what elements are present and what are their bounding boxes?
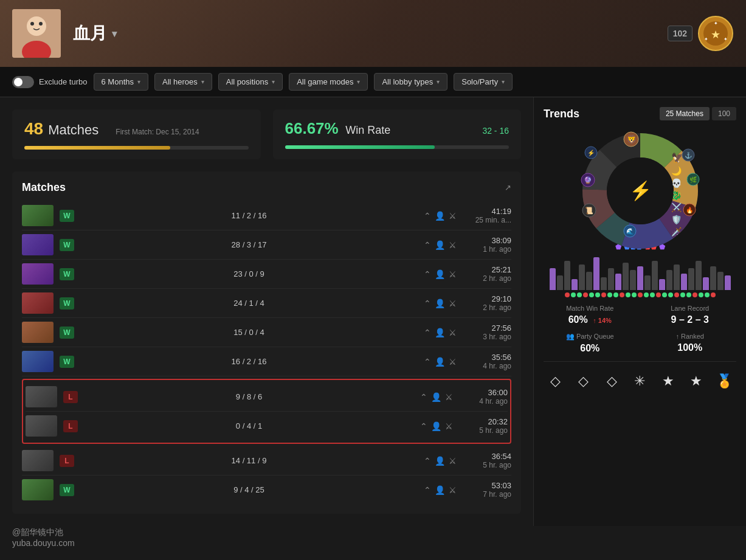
- period-filter-button[interactable]: 6 Months ▾: [94, 73, 148, 91]
- win-badge: W: [60, 268, 74, 280]
- kda-display: 23 / 0 / 9: [80, 269, 418, 278]
- match-row[interactable]: W15 / 0 / 4⌃👤⚔27:563 hr. ago: [22, 318, 511, 347]
- svg-text:🔮: 🔮: [584, 176, 592, 184]
- positions-filter-button[interactable]: All positions ▾: [218, 73, 283, 91]
- ranked-icon: ↑: [676, 333, 682, 340]
- match-row[interactable]: W24 / 1 / 4⌃👤⚔29:102 hr. ago: [22, 289, 511, 318]
- matches-list-header: Matches ↗: [22, 181, 511, 194]
- bar-dots-row: [544, 292, 736, 297]
- exclude-turbo-toggle[interactable]: [12, 76, 34, 88]
- lane-record-cell: Lane Record 9 – 2 – 3: [644, 305, 737, 325]
- right-panel: Trends 25 Matches 100: [533, 97, 746, 526]
- trophy-icon: ⚔: [449, 269, 457, 279]
- lobby-types-filter-label: All lobby types: [382, 77, 433, 86]
- match-ago: 4 hr. ago: [463, 362, 511, 370]
- tab-100-matches[interactable]: 100: [712, 107, 736, 120]
- party-queue-label-text: Party Queue: [576, 333, 614, 340]
- bottom-medal-icons: ◇ ◇ ◇ ✳ ★ ★ 🏅: [544, 372, 736, 391]
- result-dot: [656, 292, 661, 297]
- result-dot: [692, 292, 697, 297]
- match-ago: 4 hr. ago: [459, 397, 508, 406]
- match-row[interactable]: W9 / 4 / 25⌃👤⚔53:037 hr. ago: [22, 475, 511, 504]
- bar-item: [717, 272, 724, 290]
- loss-badge: L: [63, 391, 78, 403]
- kda-display: 0 / 4 / 1: [84, 421, 414, 430]
- bar-item: [696, 261, 702, 290]
- party-filter-button[interactable]: Solo/Party ▾: [454, 73, 513, 91]
- bar-item: [586, 272, 592, 290]
- match-ago: 3 hr. ago: [463, 333, 511, 341]
- bar-item: [623, 263, 629, 290]
- hero-image: [26, 386, 57, 407]
- party-filter-arrow: ▾: [502, 78, 505, 85]
- watermark-line2: yuba.douyu.com: [12, 538, 75, 548]
- header: 血月 ▾ 102 ★ ✦ ✦ ✦: [0, 0, 746, 67]
- bar-item: [601, 277, 607, 290]
- person-icon: 👤: [431, 392, 441, 402]
- loss-badge: L: [60, 455, 74, 467]
- person-icon: 👤: [435, 456, 445, 466]
- lobby-types-filter-button[interactable]: All lobby types ▾: [374, 73, 447, 91]
- win-count: 32: [482, 126, 492, 136]
- matches-section: Matches ↗ W11 / 2 / 16⌃👤⚔41:1925 min. a.…: [12, 171, 521, 514]
- matches-section-title: Matches: [22, 181, 66, 194]
- main-content: 48 Matches First Match: Dec 15, 2014 66.…: [0, 97, 746, 526]
- heroes-filter-button[interactable]: All heroes ▾: [154, 73, 212, 91]
- party-filter-label: Solo/Party: [461, 77, 498, 86]
- expand-icon[interactable]: ↗: [505, 183, 511, 192]
- svg-text:⚡: ⚡: [629, 180, 652, 202]
- bar-chart: [544, 254, 736, 290]
- svg-text:🌊: 🌊: [626, 227, 634, 235]
- bar-item: [674, 264, 680, 290]
- left-panel: 48 Matches First Match: Dec 15, 2014 66.…: [0, 97, 533, 526]
- avatar-image: [12, 9, 61, 58]
- match-win-rate-label: Match Win Rate: [544, 305, 637, 312]
- bar-item: [557, 275, 563, 290]
- result-dot: [571, 292, 576, 297]
- result-dot: [644, 292, 649, 297]
- game-modes-filter-button[interactable]: All game modes ▾: [289, 73, 368, 91]
- match-row[interactable]: W28 / 3 / 17⌃👤⚔38:091 hr. ago: [22, 230, 511, 260]
- match-ago: 1 hr. ago: [463, 245, 511, 254]
- match-row[interactable]: L14 / 11 / 9⌃👤⚔36:545 hr. ago: [22, 446, 511, 475]
- tab-25-matches[interactable]: 25 Matches: [660, 107, 710, 120]
- trophy-icon: ⚔: [449, 357, 457, 367]
- match-ago: 2 hr. ago: [463, 274, 511, 283]
- bar-item: [593, 257, 599, 290]
- result-dot: [632, 292, 637, 297]
- bar-item: [644, 275, 651, 290]
- match-row[interactable]: L0 / 4 / 1⌃👤⚔20:325 hr. ago: [26, 412, 508, 440]
- hero-icon-left-top: ⚡: [584, 146, 598, 161]
- win-rate-header: 66.67% Win Rate 32 - 16: [285, 119, 509, 138]
- heroes-filter-label: All heroes: [162, 77, 198, 86]
- matches-label: Matches: [48, 122, 98, 138]
- win-badge: W: [60, 297, 74, 309]
- result-dot: [674, 292, 679, 297]
- hero-image: [22, 234, 54, 255]
- match-row[interactable]: W11 / 2 / 16⌃👤⚔41:1925 min. a...: [22, 201, 511, 230]
- match-row[interactable]: L9 / 8 / 6⌃👤⚔36:004 hr. ago: [26, 382, 508, 412]
- player-name-chevron[interactable]: ▾: [112, 28, 117, 40]
- person-icon: 👤: [435, 357, 445, 367]
- bar-item: [703, 277, 709, 290]
- chevron-icon: ⌃: [424, 328, 431, 337]
- chevron-icon: ⌃: [424, 456, 431, 466]
- trophy-icon: ⚔: [449, 485, 457, 495]
- match-ago: 5 hr. ago: [463, 461, 511, 469]
- chevron-icon: ⌃: [424, 269, 431, 279]
- lane-record-label: Lane Record: [644, 305, 737, 312]
- match-row[interactable]: W23 / 0 / 9⌃👤⚔25:212 hr. ago: [22, 260, 511, 289]
- bar-item: [615, 274, 621, 290]
- trophy-icon: ⚔: [449, 299, 457, 308]
- match-win-rate-pct: 60%: [568, 314, 588, 325]
- kda-display: 16 / 2 / 16: [80, 357, 418, 366]
- party-queue-value: 60%: [544, 343, 637, 354]
- kda-display: 14 / 11 / 9: [80, 456, 418, 465]
- result-dot: [668, 292, 673, 297]
- medal-icon-2: ◇: [574, 372, 593, 391]
- player-name-text: 血月: [73, 22, 107, 45]
- person-icon: 👤: [435, 299, 445, 308]
- svg-point-3: [30, 22, 34, 26]
- match-row[interactable]: W16 / 2 / 16⌃👤⚔35:564 hr. ago: [22, 347, 511, 376]
- person-icon: 👤: [435, 485, 445, 495]
